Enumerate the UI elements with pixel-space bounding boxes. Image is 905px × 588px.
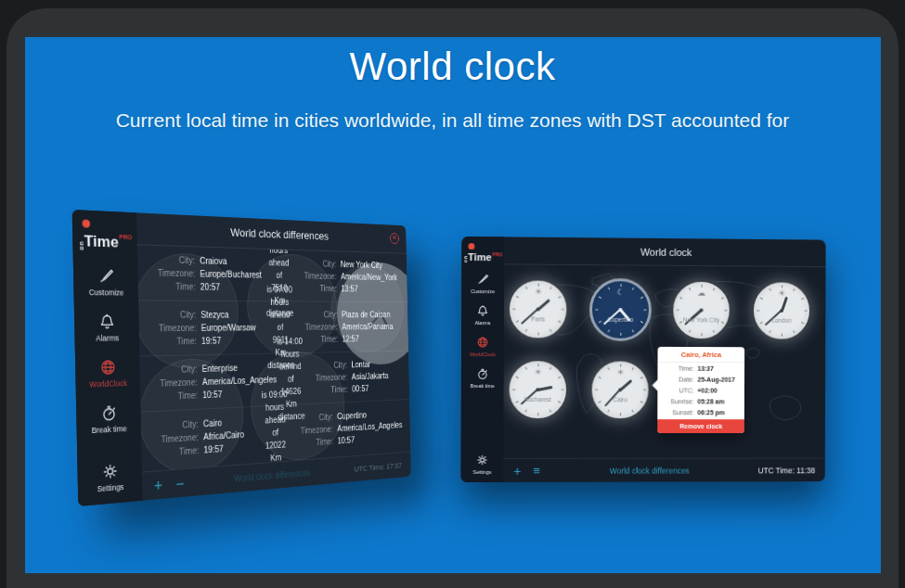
sidebar-item-settings[interactable]: Settings (97, 461, 123, 493)
marketing-screenshot: World clock Current local time in cities… (0, 0, 905, 588)
sidebar: onTimePRO Customize Alarms WorldClock Br… (461, 236, 505, 482)
gear-icon (101, 462, 119, 481)
stopwatch-icon (100, 403, 118, 423)
logo-pro-badge: PRO (493, 251, 503, 257)
clock-center (618, 388, 622, 391)
clock-list-menu-button[interactable]: ≡ (533, 465, 540, 477)
sidebar-item-break-time[interactable]: Break time (91, 403, 127, 435)
window-close-dot[interactable] (468, 243, 474, 249)
sidebar-item-alarms[interactable]: Alarms (96, 313, 119, 343)
add-clock-button[interactable]: + (154, 477, 163, 493)
world-clock-differences-link[interactable]: World clock differences (540, 466, 758, 475)
sun-icon: ☀ (510, 287, 566, 296)
clock-london[interactable]: ☀ London (751, 279, 812, 341)
page-title: World clock (0, 45, 905, 89)
page-subtitle: Current local time in cities worldwide, … (0, 109, 905, 132)
window-close-dot[interactable] (82, 219, 90, 227)
city-block-right: City:New York City Timezone:America/New_… (295, 258, 399, 295)
close-icon[interactable]: ✕ (390, 233, 399, 244)
clock-center (536, 388, 539, 391)
logo-time-text: Time (84, 232, 118, 251)
gear-icon (476, 454, 489, 467)
clock-cupertino[interactable]: ☾ Cupertino (589, 278, 652, 341)
clock-bucharest[interactable]: ☀ Bucharest (507, 358, 570, 421)
hour-hand (537, 386, 552, 390)
logo-on-text: on (463, 255, 468, 262)
city-block-left: City:Enterprise Timezone:America/Los_Ang… (149, 362, 274, 403)
remove-clock-button[interactable]: Remove clock (657, 419, 744, 433)
utc-time: UTC Time: 17:57 (355, 461, 402, 474)
sidebar-item-customize[interactable]: Customize (88, 266, 123, 297)
clock-center (537, 307, 540, 311)
remove-clock-button[interactable]: − (175, 475, 185, 492)
clock-new-york-city[interactable]: ☁ New York City (670, 279, 732, 342)
differences-rows: City:Craiova Timezone:Europe/Bucharest T… (137, 245, 410, 471)
difference-text: is 09:00 hours ahead of 12022 Km distanc… (258, 388, 293, 472)
city-block-right: City:Cupertino Timezone:America/Los_Ange… (291, 407, 403, 449)
globe-clock-icon (99, 358, 117, 377)
city-block-right: City:Plaza de Caisan Timezone:America/Pa… (296, 309, 400, 345)
add-clock-button[interactable]: + (513, 464, 521, 477)
tooltip-row: Sunset: 06:25 pm (657, 406, 744, 417)
app-logo: onTimePRO (78, 232, 133, 252)
worldclock-main: World clock (503, 236, 825, 481)
logo-time-text: Time (468, 251, 491, 262)
sidebar: onTimePRO Customize Alarms WorldClock Br… (72, 210, 143, 506)
sidebar-item-worldclock[interactable]: WorldClock (470, 336, 496, 357)
sidebar-item-alarms[interactable]: Alarms (475, 304, 491, 326)
window-title: World clock differences (230, 225, 329, 242)
clock-paris[interactable]: ☀ Paris (507, 277, 570, 340)
clock-center (619, 308, 623, 312)
tooltip-row: Sunrise: 05:28 am (657, 395, 744, 406)
clock-center (780, 309, 783, 313)
window-world-clock: onTimePRO Customize Alarms WorldClock Br… (461, 236, 826, 482)
tooltip-title: Cairo, Africa (657, 347, 744, 363)
city-block-right: City:Lontar Timezone:Asia/Jakarta Time:0… (306, 358, 401, 396)
tooltip-row: UTC: +02:00 (657, 384, 744, 395)
logo-pro-badge: PRO (119, 234, 132, 240)
tooltip-row: Time: 13:37 (657, 363, 744, 374)
sidebar-item-customize[interactable]: Customize (471, 273, 495, 294)
window-title: World clock (640, 246, 692, 257)
globe-clock-icon (476, 336, 489, 349)
clock-cairo[interactable]: ☀ Cairo (589, 358, 652, 421)
sidebar-item-worldclock[interactable]: WorldClock (89, 358, 127, 390)
city-block-left: City:Stezyca Timezone:Europe/Warsaw Time… (149, 309, 264, 348)
app-logo: onTimePRO (463, 251, 502, 262)
utc-time: UTC Time: 11:38 (758, 466, 816, 475)
sidebar-item-break-time[interactable]: Break time (471, 367, 495, 389)
sun-icon: ☀ (754, 288, 809, 298)
sun-icon: ☀ (510, 367, 566, 377)
differences-main: World clock differences ✕ City:Craiova T… (136, 212, 411, 500)
stopwatch-icon (476, 367, 489, 380)
window-world-clock-differences: onTimePRO Customize Alarms WorldClock Br… (72, 210, 411, 506)
city-block-left: City:Cairo Timezone:Africa/Cairo Time:19… (151, 415, 259, 458)
moon-icon: ☾ (592, 288, 649, 297)
cloud-icon: ☁ (673, 288, 729, 298)
hero-header: World clock Current local time in cities… (0, 45, 905, 132)
clock-center (700, 309, 704, 313)
paintbrush-icon (97, 267, 115, 286)
bell-icon (476, 304, 489, 317)
tooltip-row: Date: 25-Aug-2017 (657, 374, 744, 385)
worldclock-titlebar: World clock (504, 236, 825, 267)
logo-on-text: on (78, 241, 84, 251)
worldclock-footer: + ≡ World clock differences UTC Time: 11… (503, 458, 824, 482)
sun-icon: ☀ (592, 367, 649, 377)
bell-icon (98, 313, 116, 331)
world-map-area: ☀ Paris ☾ Cupertino ☁ (503, 264, 825, 458)
sidebar-item-settings[interactable]: Settings (473, 454, 492, 475)
clock-info-tooltip: Cairo, Africa Time: 13:37 Date: 25-Aug-2… (657, 347, 744, 433)
paintbrush-icon (476, 273, 489, 286)
city-block-left: City:Craiova Timezone:Europe/Bucharest T… (148, 253, 263, 293)
